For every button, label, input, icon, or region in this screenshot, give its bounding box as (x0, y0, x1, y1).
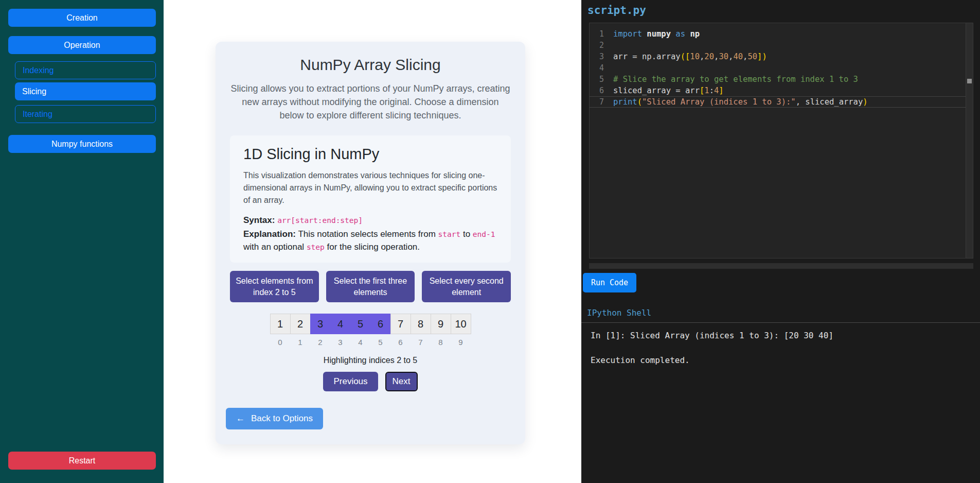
main-content: NumPy Array Slicing Slicing allows you t… (164, 0, 581, 483)
code-text: sliced_array = arr[1:4] (613, 85, 724, 96)
sidebar: CreationOperationIndexingSlicingIteratin… (0, 0, 164, 483)
shell-output: In [1]: Sliced Array (indices 1 to 3): [… (591, 331, 833, 380)
back-button-label: Back to Options (251, 413, 313, 424)
line-number: 1 (590, 28, 613, 40)
line-number: 7 (590, 96, 613, 108)
inline-code: step (307, 243, 325, 251)
code-text: import numpy as np (613, 28, 700, 40)
run-code-button[interactable]: Run Code (583, 273, 636, 292)
array-index-label: 2 (310, 338, 331, 347)
array-index-label: 1 (290, 338, 311, 347)
inline-code: start (438, 230, 461, 238)
shell-output-line: Execution completed. (591, 355, 833, 366)
code-text (613, 40, 618, 51)
code-text (613, 62, 618, 74)
array-cell: 2 (290, 314, 311, 334)
code-text: arr = np.array([10,20,30,40,50]) (613, 51, 767, 62)
intro-text: Slicing allows you to extract portions o… (230, 82, 511, 122)
previous-button[interactable]: Previous (323, 372, 378, 391)
slice-option-button-1[interactable]: Select elements from index 2 to 5 (230, 271, 319, 302)
explanation-fragment: to (460, 229, 473, 239)
section-description: This visualization demonstrates various … (243, 169, 497, 206)
sidebar-item-numpy-functions[interactable]: Numpy functions (8, 135, 156, 153)
explanation-fragment: This notation selects elements from (298, 229, 438, 239)
code-line: 7print("Sliced Array (indices 1 to 3):",… (590, 96, 973, 108)
slice-option-button-2[interactable]: Select the first three elements (326, 271, 415, 302)
app-root: CreationOperationIndexingSlicingIteratin… (0, 0, 980, 483)
page-title: NumPy Array Slicing (230, 56, 511, 74)
sidebar-item-slicing[interactable]: Slicing (15, 82, 156, 100)
array-cell: 9 (431, 314, 451, 334)
explanation-fragment: with an optional (243, 242, 307, 252)
array-cell: 7 (390, 314, 411, 334)
sidebar-item-indexing[interactable]: Indexing (15, 61, 156, 79)
array-cell: 10 (451, 314, 471, 334)
code-editor[interactable]: 1import numpy as np2 3arr = np.array([10… (589, 23, 973, 258)
array-index-label: 9 (451, 338, 471, 347)
array-cell: 5 (350, 314, 371, 334)
slicing-section: 1D Slicing in NumPy This visualization d… (230, 135, 511, 263)
line-number: 5 (590, 74, 613, 85)
line-number: 3 (590, 51, 613, 62)
syntax-code: arr[start:end:step] (277, 216, 363, 225)
slicing-action-row: Select elements from index 2 to 5Select … (230, 271, 511, 302)
code-line: 6sliced_array = arr[1:4] (590, 85, 973, 96)
sidebar-item-operation[interactable]: Operation (8, 36, 156, 54)
code-line: 1import numpy as np (590, 28, 973, 40)
code-text: print("Sliced Array (indices 1 to 3):", … (613, 96, 868, 108)
next-button[interactable]: Next (385, 372, 418, 391)
syntax-line: Syntax: arr[start:end:step] (243, 214, 497, 227)
slice-option-button-3[interactable]: Select every second element (422, 271, 511, 302)
array-visualization: 12345678910 (230, 314, 511, 334)
back-to-options-button[interactable]: ← Back to Options (226, 408, 323, 429)
explanation-fragment: for the slicing operation. (325, 242, 420, 252)
array-cell: 8 (411, 314, 431, 334)
sidebar-nav: CreationOperationIndexingSlicingIteratin… (0, 9, 164, 153)
shell-divider (581, 322, 980, 323)
line-number: 6 (590, 85, 613, 96)
shell-output-line: In [1]: Sliced Array (indices 1 to 3): [… (591, 331, 833, 341)
sidebar-item-creation[interactable]: Creation (8, 9, 156, 27)
syntax-label: Syntax: (243, 215, 275, 225)
array-index-label: 7 (411, 338, 431, 347)
code-line: 5# Slice the array to get elements from … (590, 74, 973, 85)
array-cell: 6 (370, 314, 391, 334)
explanation-line: Explanation: This notation selects eleme… (243, 228, 497, 253)
code-line: 2 (590, 40, 973, 51)
array-index-label: 3 (330, 338, 351, 347)
editor-horizontal-scrollbar[interactable] (589, 263, 973, 269)
code-lines: 1import numpy as np2 3arr = np.array([10… (590, 28, 973, 108)
code-panel: script.py 1import numpy as np2 3arr = np… (581, 0, 980, 483)
array-index-label: 8 (431, 338, 451, 347)
array-index-label: 5 (370, 338, 391, 347)
back-arrow-icon: ← (236, 413, 245, 424)
array-index-label: 6 (390, 338, 411, 347)
inline-code: end-1 (473, 230, 495, 238)
editor-filename: script.py (587, 4, 646, 16)
array-cell: 3 (310, 314, 331, 334)
array-index-label: 4 (350, 338, 371, 347)
editor-vertical-scrollbar[interactable] (966, 23, 973, 258)
scrollbar-thumb[interactable] (967, 79, 972, 83)
pager: Previous Next (230, 372, 511, 391)
sidebar-item-iterating[interactable]: Iterating (15, 105, 156, 123)
line-number: 2 (590, 40, 613, 51)
restart-button[interactable]: Restart (8, 452, 156, 470)
highlight-caption: Highlighting indices 2 to 5 (230, 356, 511, 365)
array-indices: 0123456789 (230, 338, 511, 347)
section-heading: 1D Slicing in NumPy (243, 146, 497, 163)
code-line: 4 (590, 62, 973, 74)
shell-title: IPython Shell (587, 308, 651, 318)
line-number: 4 (590, 62, 613, 74)
array-index-label: 0 (270, 338, 291, 347)
code-line: 3arr = np.array([10,20,30,40,50]) (590, 51, 973, 62)
code-text: # Slice the array to get elements from i… (613, 74, 858, 85)
array-cell: 4 (330, 314, 351, 334)
array-cell: 1 (270, 314, 291, 334)
lesson-card: NumPy Array Slicing Slicing allows you t… (216, 42, 525, 444)
explanation-label: Explanation: (243, 229, 296, 239)
